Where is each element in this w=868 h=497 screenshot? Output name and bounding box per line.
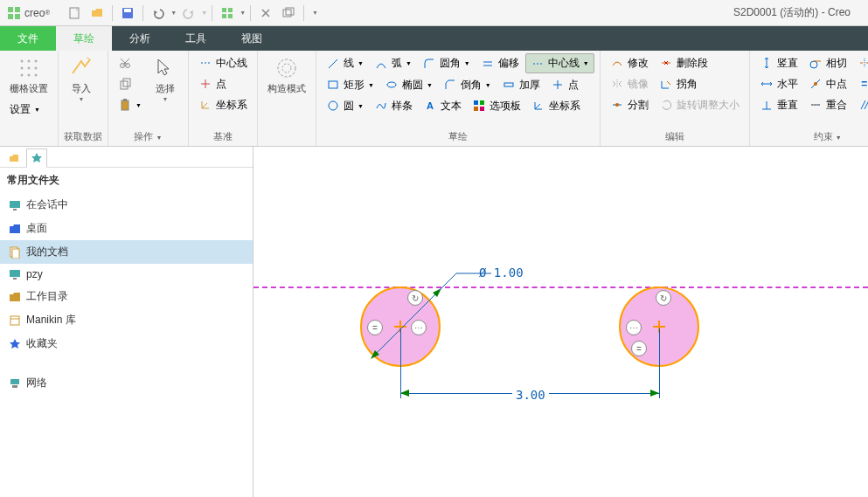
svg-rect-0 bbox=[8, 7, 13, 12]
perpendicular-button[interactable]: 垂直 bbox=[755, 95, 802, 114]
construct-mode-button[interactable]: 构造模式 bbox=[263, 53, 310, 98]
horizontal-button[interactable]: 水平 bbox=[755, 74, 802, 93]
svg-point-20 bbox=[28, 74, 30, 76]
svg-point-17 bbox=[28, 67, 30, 69]
save-button[interactable] bbox=[117, 3, 138, 24]
svg-rect-62 bbox=[10, 379, 19, 384]
sidebar-header: 常用文件夹 bbox=[0, 168, 253, 193]
centerline-button[interactable]: 中心线 bbox=[194, 53, 252, 72]
midpoint-button[interactable]: 中点 bbox=[804, 74, 851, 93]
chamfer-button[interactable]: 倒角▼ bbox=[439, 75, 496, 94]
tab-view[interactable]: 视图 bbox=[224, 26, 280, 51]
sidebar-item[interactable]: 收藏夹 bbox=[0, 332, 253, 355]
cut-button[interactable] bbox=[114, 53, 146, 72]
app-logo: creo® bbox=[0, 6, 57, 20]
distance-dimension[interactable]: 3.00 bbox=[512, 388, 549, 402]
divide-button[interactable]: 分割 bbox=[606, 95, 653, 114]
sidebar-item-label: Manikin 库 bbox=[26, 313, 76, 328]
new-button[interactable] bbox=[64, 3, 85, 24]
close-window-button[interactable] bbox=[255, 3, 276, 24]
svg-point-44 bbox=[810, 61, 817, 68]
copy-button[interactable] bbox=[114, 74, 146, 93]
corner-button[interactable]: 拐角 bbox=[655, 74, 702, 93]
ellipse-button[interactable]: 椭圆▼ bbox=[380, 75, 437, 94]
svg-point-42 bbox=[615, 103, 619, 107]
point-button[interactable]: 点 bbox=[194, 74, 252, 93]
line-button[interactable]: 线▼ bbox=[322, 54, 368, 73]
sidebar-item[interactable]: 桌面 bbox=[0, 217, 253, 240]
tab-file[interactable]: 文件 bbox=[0, 26, 56, 51]
grid-settings-button[interactable]: 栅格设置 bbox=[5, 53, 52, 98]
sidebar-item[interactable]: 在会话中 bbox=[0, 193, 253, 217]
modify-button[interactable]: 修改 bbox=[606, 53, 653, 72]
csys-button[interactable]: 坐标系 bbox=[194, 95, 252, 114]
svg-rect-12 bbox=[286, 8, 294, 15]
sidebar-item[interactable]: pzy bbox=[0, 264, 253, 285]
csys2-button[interactable]: 坐标系 bbox=[527, 96, 585, 115]
svg-rect-8 bbox=[228, 8, 233, 12]
import-button[interactable]: 导入 ▼ bbox=[64, 53, 99, 105]
sidebar-tab-star[interactable] bbox=[26, 148, 47, 168]
diameter-dimension[interactable]: Ø 1.00 bbox=[479, 266, 524, 280]
circle-button[interactable]: 圆▼ bbox=[322, 96, 368, 115]
svg-rect-9 bbox=[222, 14, 226, 18]
fillet-button[interactable]: 圆角▼ bbox=[418, 54, 475, 73]
sidebar-item[interactable]: Manikin 库 bbox=[0, 308, 253, 332]
svg-rect-26 bbox=[122, 100, 128, 110]
svg-rect-38 bbox=[480, 100, 484, 105]
svg-point-36 bbox=[329, 101, 337, 110]
delete-seg-button[interactable]: 删除段 bbox=[655, 53, 712, 72]
tab-sketch[interactable]: 草绘 bbox=[56, 26, 112, 51]
tab-tools[interactable]: 工具 bbox=[168, 26, 224, 51]
sidebar-item-label: 收藏夹 bbox=[26, 336, 58, 351]
svg-rect-3 bbox=[15, 14, 20, 19]
thicken-button[interactable]: 加厚 bbox=[497, 75, 545, 94]
ext-line-1 bbox=[400, 328, 401, 398]
svg-line-67 bbox=[439, 273, 456, 291]
svg-point-34 bbox=[387, 82, 396, 87]
text-button[interactable]: A文本 bbox=[419, 96, 466, 115]
svg-point-13 bbox=[21, 60, 23, 62]
svg-rect-11 bbox=[283, 10, 291, 17]
svg-point-14 bbox=[28, 60, 30, 62]
regenerate-button[interactable] bbox=[217, 3, 238, 24]
open-button[interactable] bbox=[87, 3, 108, 24]
sidebar-item[interactable]: 工作目录 bbox=[0, 285, 253, 308]
tangent-button[interactable]: 相切 bbox=[804, 53, 851, 72]
arc-button[interactable]: 弧▼ bbox=[370, 54, 416, 73]
equal-button[interactable]: =相等 bbox=[853, 74, 868, 93]
sidebar: 常用文件夹 在会话中桌面我的文档pzy工作目录Manikin 库收藏夹 网络 bbox=[0, 147, 253, 497]
windows-button[interactable] bbox=[278, 3, 299, 24]
spline-button[interactable]: 样条 bbox=[370, 96, 417, 115]
svg-rect-54 bbox=[10, 201, 20, 208]
sidebar-item[interactable]: 我的文档 bbox=[0, 240, 253, 264]
palette-button[interactable]: 选项板 bbox=[468, 96, 525, 115]
svg-point-30 bbox=[282, 64, 291, 72]
parallel-button[interactable]: 平行 bbox=[853, 95, 868, 114]
point2-button[interactable]: 点 bbox=[546, 75, 583, 94]
sidebar-item-network[interactable]: 网络 bbox=[0, 371, 253, 395]
offset-button[interactable]: 偏移 bbox=[476, 54, 524, 73]
paste-button[interactable]: ▼ bbox=[114, 95, 146, 114]
window-title: S2D0001 (活动的) - Creo bbox=[733, 5, 868, 20]
ext-line-2 bbox=[659, 328, 660, 398]
settings-dropdown[interactable]: 设置▼ bbox=[5, 100, 52, 119]
undo-button[interactable] bbox=[148, 3, 169, 24]
sketch-canvas[interactable]: ↻ = ⋯ Ø 1.00 ↻ ⋯ = 3.00 bbox=[253, 147, 868, 497]
redo-button[interactable] bbox=[178, 3, 199, 24]
ribbon: 栅格设置 设置▼ 导入 ▼ 获取数据 ▼ 选择 bbox=[0, 51, 868, 147]
tab-analyze[interactable]: 分析 bbox=[112, 26, 168, 51]
sidebar-item-label: 桌面 bbox=[26, 221, 47, 236]
coincident-button[interactable]: 重合 bbox=[804, 95, 851, 114]
select-button[interactable]: 选择 ▼ bbox=[148, 53, 183, 105]
sidebar-tab-folder[interactable] bbox=[3, 148, 24, 168]
symmetric-button[interactable]: 对称 bbox=[853, 53, 868, 72]
vertical-button[interactable]: 竖直 bbox=[755, 53, 802, 72]
centerline2-button[interactable]: 中心线▼ bbox=[525, 53, 594, 73]
svg-rect-1 bbox=[15, 7, 20, 12]
svg-point-21 bbox=[35, 74, 37, 76]
rotate-resize-button: 旋转调整大小 bbox=[655, 95, 744, 114]
svg-rect-58 bbox=[10, 270, 20, 277]
rect-button[interactable]: 矩形▼ bbox=[322, 75, 378, 94]
svg-rect-27 bbox=[123, 99, 127, 101]
